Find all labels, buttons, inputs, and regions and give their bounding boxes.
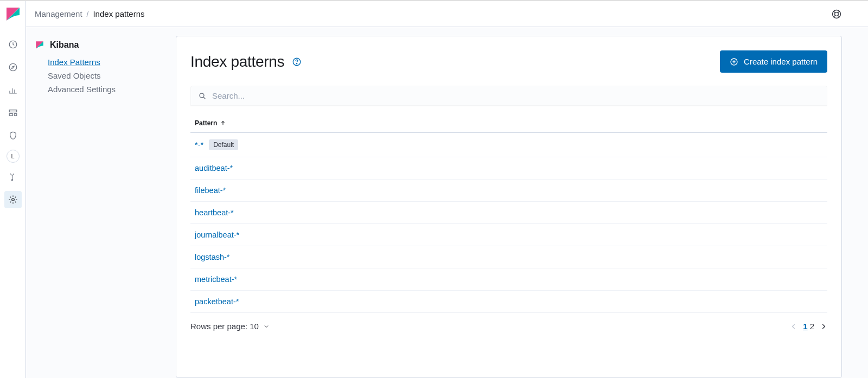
index-pattern-link[interactable]: auditbeat-*	[195, 164, 233, 172]
svg-point-8	[835, 12, 839, 16]
page-title: Index patterns	[190, 53, 284, 71]
table-row: journalbeat-*	[190, 224, 827, 246]
rows-per-page-label: Rows per page: 10	[190, 322, 259, 331]
index-pattern-link[interactable]: heartbeat-*	[195, 208, 234, 217]
nav-recent-icon[interactable]	[4, 36, 22, 53]
main-panel: Index patterns Create index pattern	[176, 36, 842, 378]
sidebar-link-advanced-settings[interactable]: Advanced Settings	[48, 85, 167, 94]
svg-rect-2	[9, 110, 17, 112]
index-pattern-link[interactable]: filebeat-*	[195, 186, 226, 195]
nav-security-icon[interactable]	[4, 127, 22, 144]
create-button-label: Create index pattern	[744, 57, 818, 66]
header-bar: Management / Index patterns	[26, 1, 868, 27]
index-pattern-link[interactable]: metricbeat-*	[195, 275, 237, 284]
page-number[interactable]: 1	[802, 322, 808, 331]
pagination-prev-icon[interactable]	[790, 323, 797, 330]
nav-dev-tools-icon[interactable]	[4, 168, 22, 185]
table-row: logstash-*	[190, 246, 827, 268]
sidebar-section-title: Kibana	[50, 40, 79, 50]
index-pattern-link[interactable]: packetbeat-*	[195, 297, 239, 306]
breadcrumb: Management / Index patterns	[35, 9, 145, 18]
index-pattern-link[interactable]: *-*	[195, 140, 203, 149]
help-icon[interactable]	[292, 57, 302, 67]
breadcrumb-current: Index patterns	[93, 9, 144, 18]
search-field[interactable]	[190, 86, 827, 106]
nav-discover-icon[interactable]	[4, 59, 22, 76]
pagination: 12	[790, 322, 827, 331]
sort-asc-icon	[220, 120, 226, 126]
index-pattern-link[interactable]: journalbeat-*	[195, 230, 239, 239]
column-header-label: Pattern	[195, 119, 217, 127]
table-row: auditbeat-*	[190, 157, 827, 180]
search-input[interactable]	[212, 91, 820, 100]
table-row: packetbeat-*	[190, 291, 827, 313]
nav-space-letter: L	[11, 153, 14, 159]
svg-rect-4	[14, 114, 17, 116]
nav-space-avatar[interactable]: L	[7, 150, 20, 163]
breadcrumb-separator: /	[87, 10, 89, 18]
table-row: *-*Default	[190, 133, 827, 157]
pagination-next-icon[interactable]	[820, 323, 827, 330]
table-row: filebeat-*	[190, 180, 827, 202]
nav-rail: L	[0, 1, 26, 378]
sidebar-link-saved-objects[interactable]: Saved Objects	[48, 71, 167, 80]
table-row: heartbeat-*	[190, 202, 827, 224]
nav-dashboard-icon[interactable]	[4, 104, 22, 121]
kibana-logo-small-icon	[35, 40, 44, 50]
svg-point-1	[9, 63, 17, 71]
help-menu-icon[interactable]	[831, 9, 842, 20]
nav-management-icon[interactable]	[4, 191, 22, 208]
breadcrumb-parent[interactable]: Management	[35, 9, 82, 18]
sidebar-link-index-patterns[interactable]: Index Patterns	[48, 57, 167, 67]
svg-rect-3	[9, 114, 12, 116]
default-badge: Default	[209, 139, 238, 150]
search-icon	[198, 92, 207, 100]
nav-visualize-icon[interactable]	[4, 81, 22, 99]
index-patterns-table: Pattern *-*Defaultauditbeat-*filebeat-*h…	[190, 116, 827, 313]
svg-point-6	[11, 198, 14, 201]
page-number[interactable]: 2	[809, 322, 815, 331]
settings-sidebar: Kibana Index PatternsSaved ObjectsAdvanc…	[35, 36, 176, 378]
create-index-pattern-button[interactable]: Create index pattern	[720, 50, 827, 73]
chevron-down-icon	[263, 323, 270, 330]
table-row: metricbeat-*	[190, 268, 827, 291]
svg-point-12	[200, 93, 204, 98]
column-header-pattern[interactable]: Pattern	[195, 119, 226, 127]
index-pattern-link[interactable]: logstash-*	[195, 253, 229, 261]
kibana-logo-icon[interactable]	[4, 5, 22, 23]
plus-circle-icon	[730, 57, 738, 66]
svg-point-10	[297, 63, 297, 63]
rows-per-page-select[interactable]: Rows per page: 10	[190, 322, 270, 331]
